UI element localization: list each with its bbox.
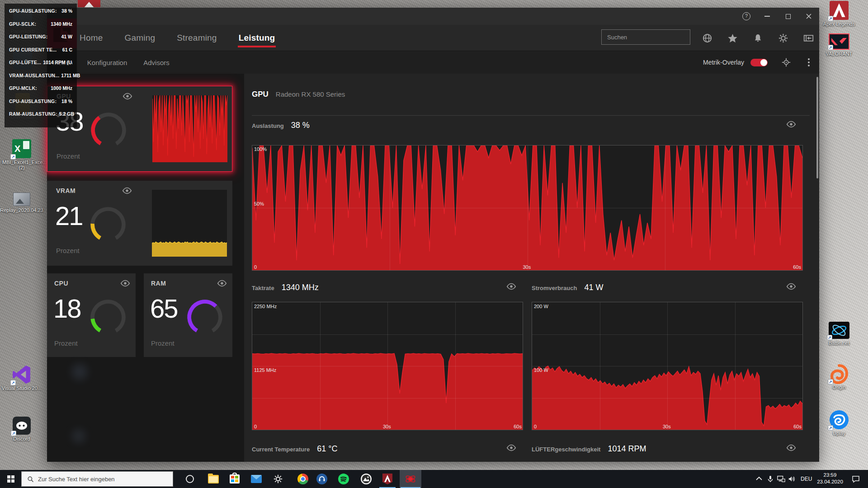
- overlay-metric-label: GPU-MCLK:: [9, 85, 37, 91]
- star-icon[interactable]: [727, 33, 738, 43]
- search-box[interactable]: [601, 29, 690, 45]
- valorant-icon: ↗: [829, 33, 849, 50]
- eye-icon[interactable]: [506, 444, 516, 451]
- tray-microphone-icon[interactable]: [766, 475, 774, 483]
- taskbar-mail[interactable]: [247, 470, 265, 488]
- nav-tab-leistung[interactable]: Leistung: [238, 26, 276, 50]
- overlay-metric-value: 1711 MB: [61, 73, 80, 78]
- collapse-panel-icon[interactable]: [803, 33, 814, 43]
- desktop-icon-apex-legends[interactable]: ↗ Apex Legends: [816, 1, 862, 27]
- overlay-metric-label: RAM-AUSLASTUNG:: [9, 111, 57, 117]
- excel-icon: X ↗: [12, 139, 31, 158]
- overlay-metric-label: GPU-SCLK:: [9, 21, 36, 27]
- desktop-icon-uplay[interactable]: ↗ Uplay: [816, 410, 862, 436]
- nav-tab-home[interactable]: Home: [79, 26, 104, 50]
- eye-icon[interactable]: [506, 283, 516, 290]
- window-scrollbar[interactable]: [816, 77, 818, 178]
- desktop-icon-origin[interactable]: ↗ Origin: [816, 364, 862, 390]
- taskbar-search-box[interactable]: [21, 471, 173, 487]
- overlay-metric-value: 41 W: [61, 34, 72, 39]
- taskbar-settings[interactable]: [269, 470, 287, 488]
- eye-icon[interactable]: [786, 121, 796, 128]
- fan-speed-value: 1014 RPM: [608, 444, 646, 454]
- tray-language[interactable]: DEU: [801, 476, 812, 482]
- nav-tab-streaming[interactable]: Streaming: [176, 26, 217, 50]
- cortana-button[interactable]: [181, 470, 199, 488]
- search-input[interactable]: [602, 34, 687, 41]
- tray-chevron-up-icon[interactable]: [756, 476, 762, 481]
- metrik-overlay-toggle[interactable]: [750, 59, 768, 66]
- taktrate-value: 1340 MHz: [282, 283, 319, 292]
- gear-icon[interactable]: [778, 33, 788, 43]
- gpu-utilization-chart: 100% 50% 0 30s 60s: [252, 145, 803, 271]
- desktop-icon-discord[interactable]: ↗ Discord: [0, 417, 44, 441]
- crosshair-icon[interactable]: [781, 57, 791, 67]
- metrics-sidebar: GPU 38 Prozent VRAM 21: [47, 74, 244, 462]
- taskbar-chrome[interactable]: [294, 470, 312, 488]
- subnav-tab-konfiguration[interactable]: Konfiguration: [87, 59, 127, 66]
- desktop-icon-battlenet[interactable]: ↗ Battle.net: [816, 322, 862, 346]
- tray-network-icon[interactable]: [777, 475, 785, 483]
- radeon-software-icon: [405, 473, 416, 485]
- partially-hidden-desktop-icon[interactable]: [78, 0, 100, 7]
- x-tick-label: 0: [254, 424, 257, 429]
- minimize-button[interactable]: [757, 8, 778, 25]
- radeon-software-window: ? Home Gaming Streaming Leistung: [47, 8, 819, 462]
- taskbar-spotify[interactable]: [335, 470, 353, 488]
- overlay-metric-value: 18 %: [61, 99, 72, 104]
- subnav-tab-advisors[interactable]: Advisors: [143, 59, 170, 66]
- window-titlebar[interactable]: ?: [47, 8, 819, 25]
- action-center-icon[interactable]: [852, 475, 860, 483]
- eye-icon[interactable]: [122, 187, 132, 194]
- windows-logo-icon: [7, 475, 14, 483]
- desktop-icon-visual-studio[interactable]: ↗ Visual Studio 20...: [0, 365, 44, 391]
- maximize-button[interactable]: [778, 8, 798, 25]
- stromverbrauch-chart: 200 W 100 W 0 30s 60s: [532, 302, 803, 430]
- x-tick-label: 0: [254, 264, 257, 270]
- overlay-metric-value: 1340 MHz: [51, 21, 72, 27]
- desktop-icon-valorant[interactable]: ↗ VALORANT: [816, 33, 862, 56]
- kebab-menu-icon[interactable]: [805, 58, 813, 67]
- desktop-icon-replay-file[interactable]: Replay_2020.04.23: [0, 192, 44, 213]
- desktop-icon-excel-file[interactable]: X ↗ MBI_Excel1_Exce... (2): [0, 139, 44, 170]
- cpu-usage-value: 18: [53, 293, 81, 324]
- start-button[interactable]: [0, 470, 21, 488]
- eye-icon[interactable]: [120, 280, 130, 287]
- taskbar-photos[interactable]: [357, 470, 375, 488]
- nav-tab-gaming[interactable]: Gaming: [123, 26, 156, 50]
- temperature-label: Current Temperature: [252, 446, 310, 453]
- x-tick-label: 0: [534, 424, 537, 429]
- taskbar-apex-legends[interactable]: [378, 470, 396, 488]
- eye-icon[interactable]: [123, 93, 132, 100]
- tray-clock[interactable]: 23:59 23.04.2020: [813, 472, 847, 485]
- ram-usage-value: 65: [150, 293, 178, 324]
- gpu-metrics-panel: GPU Radeon RX 580 Series Auslastung 38 %…: [244, 74, 819, 462]
- tray-volume-icon[interactable]: [788, 475, 796, 483]
- bell-icon[interactable]: [753, 33, 763, 43]
- metric-card-vram[interactable]: VRAM 21 Prozent: [47, 181, 232, 266]
- taskbar-ms-store[interactable]: [226, 470, 244, 488]
- taktrate-label: Taktrate: [252, 285, 274, 291]
- taskbar-file-explorer[interactable]: [204, 470, 222, 488]
- blurred-item: [67, 425, 90, 447]
- x-tick-label: 30s: [383, 424, 391, 429]
- globe-icon[interactable]: [702, 33, 712, 43]
- chrome-icon: [297, 474, 308, 484]
- taskbar-radeon-software[interactable]: [400, 470, 421, 488]
- metric-card-ram[interactable]: RAM 65 Prozent: [144, 273, 232, 357]
- close-button[interactable]: [798, 8, 819, 25]
- eye-icon[interactable]: [786, 283, 796, 290]
- eye-icon[interactable]: [786, 444, 796, 451]
- taskbar-voice-app[interactable]: [313, 470, 331, 488]
- ms-store-icon: [230, 474, 240, 483]
- eye-icon[interactable]: [217, 280, 227, 287]
- video-thumbnail-icon: [13, 192, 30, 206]
- overlay-metric-value: 1000 MHz: [51, 85, 72, 91]
- battlenet-icon: ↗: [829, 322, 849, 339]
- y-tick-label: 100%: [254, 146, 267, 152]
- metric-card-cpu[interactable]: CPU 18 Prozent: [47, 273, 136, 357]
- help-button[interactable]: ?: [736, 8, 757, 25]
- metrik-overlay-label: Metrik-Overlay: [703, 59, 744, 66]
- taskbar-search-input[interactable]: [38, 476, 173, 483]
- y-tick-label: 100 W: [534, 367, 548, 373]
